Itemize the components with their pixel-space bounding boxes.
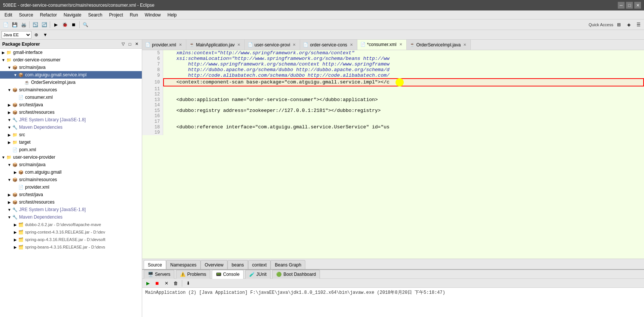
tab-close-icon[interactable]: ✕ <box>398 42 403 47</box>
line-content[interactable]: <dubbo:reference interface="com.atguigu.… <box>163 124 644 130</box>
tree-item[interactable]: ☕OrderServiceImpl.java <box>0 79 142 86</box>
menu-project[interactable]: Project <box>106 12 126 18</box>
view-button[interactable]: ☰ <box>634 21 643 29</box>
line-content[interactable] <box>163 130 644 135</box>
menu-refactor[interactable]: Refactor <box>37 12 60 18</box>
bottom-tab[interactable]: Namespaces <box>166 260 201 269</box>
tab-close-icon[interactable]: ✕ <box>292 42 297 48</box>
tree-item[interactable]: ▼📦src/main/java <box>0 64 142 71</box>
line-content[interactable] <box>163 92 644 97</box>
run-button[interactable]: ▶ <box>52 21 60 29</box>
line-content[interactable] <box>163 103 644 108</box>
console-tab[interactable]: 🖥️ Servers <box>144 270 174 279</box>
tree-item[interactable]: ▼📁order-service-consumer <box>0 56 142 64</box>
tree-item[interactable]: ▶📁gmall-interface <box>0 49 142 56</box>
tree-item[interactable]: ▼🔧JRE System Library [JavaSE-1.8] <box>0 116 142 124</box>
console-tab[interactable]: ⚠️ Problems <box>176 270 210 279</box>
tab-close-icon[interactable]: ✕ <box>462 42 467 48</box>
editor-tab[interactable]: 📄user-service-provi✕ <box>245 40 300 50</box>
console-scroll-btn[interactable]: ⬇ <box>184 279 192 287</box>
tree-item[interactable]: ▶🗂️dubbo-2.6.2.jar - D:\devsoft\apache-m… <box>0 221 142 228</box>
tree-item[interactable]: ▼📦src/main/resources <box>0 86 142 94</box>
tab-close-icon[interactable]: ✕ <box>236 42 241 48</box>
editor-tab[interactable]: 📄provider.xml✕ <box>142 40 186 50</box>
package-tree[interactable]: ▶📁gmall-interface▼📁order-service-consume… <box>0 49 142 317</box>
console-tab[interactable]: 🟢 Boot Dashboard <box>272 270 320 279</box>
toolbar2-btn2[interactable]: ▼ <box>41 31 49 39</box>
menu-help[interactable]: Help <box>165 12 180 18</box>
line-content[interactable]: xsi:schemaLocation="http://www.springfra… <box>163 56 644 61</box>
line-content[interactable]: http://dubbo.apache.org/schema/dubbo htt… <box>163 67 644 73</box>
line-content[interactable] <box>163 113 644 119</box>
panel-maximize-btn[interactable]: □ <box>127 41 133 47</box>
perspective-combo[interactable]: Java EE <box>1 31 31 39</box>
layout-button[interactable]: ⊞ <box>615 21 623 29</box>
search-toolbar-button[interactable]: 🔍 <box>81 21 89 29</box>
menu-window[interactable]: Window <box>142 12 164 18</box>
tree-item[interactable]: ▼🔧Maven Dependencies <box>0 213 142 221</box>
console-terminate-btn[interactable]: ✕ <box>162 279 171 287</box>
menu-edit[interactable]: Edit <box>1 12 15 18</box>
maximize-button[interactable]: □ <box>626 2 633 9</box>
minimize-button[interactable]: ─ <box>618 2 625 9</box>
tree-item[interactable]: ▶🗂️spring-beans-4.3.16.RELEASE.jar - D:\… <box>0 243 142 251</box>
line-content[interactable]: http://www.springframework.org/schema/co… <box>163 61 644 67</box>
code-editor[interactable]: 5 xmlns:context="http://www.springframew… <box>142 50 644 259</box>
tree-item[interactable]: ▶🗂️spring-context-4.3.16.RELEASE.jar - D… <box>0 228 142 236</box>
tree-item[interactable]: ▼📦src/main/java <box>0 161 142 168</box>
tree-item[interactable]: ▶📦src/test/java <box>0 191 142 198</box>
console-stop-btn[interactable]: ⏹ <box>153 279 161 287</box>
line-content[interactable]: <context:component-scan base-package="co… <box>163 78 644 86</box>
line-content[interactable]: <dubbo:registry address="zookeeper://127… <box>163 108 644 113</box>
stop-button[interactable]: ⏹ <box>70 21 78 29</box>
toolbar2-btn1[interactable]: ⊕ <box>32 31 40 39</box>
line-content[interactable]: xmlns:context="http://www.springframewor… <box>163 50 644 56</box>
menu-source[interactable]: Source <box>16 12 36 18</box>
undo-button[interactable]: ↩️ <box>31 21 39 29</box>
bottom-tab[interactable]: Source <box>144 260 166 269</box>
editor-tab[interactable]: ☕MainApplication.jav✕ <box>186 40 245 50</box>
line-content[interactable]: <dubbo:application name="order-service-c… <box>163 97 644 103</box>
tree-item[interactable]: 📄pom.xml <box>0 146 142 153</box>
console-clear-btn[interactable]: 🗑 <box>172 279 180 287</box>
console-run-btn[interactable]: ▶ <box>144 279 152 287</box>
line-content[interactable]: http://code.alibabatech.com/schema/dubbo… <box>163 73 644 78</box>
tree-item[interactable]: ▼🔧JRE System Library [JavaSE-1.8] <box>0 206 142 213</box>
tree-item[interactable]: ▶📁src <box>0 131 142 138</box>
tree-item[interactable]: ▶🗂️spring-aop-4.3.16.RELEASE.jar - D:\de… <box>0 236 142 243</box>
menu-search[interactable]: Search <box>85 12 105 18</box>
editor-tab[interactable]: ☕OrderServiceImpl.java✕ <box>407 40 471 50</box>
panel-minimize-btn[interactable]: ▽ <box>120 41 126 47</box>
tree-item[interactable]: ▶📦src/test/java <box>0 101 142 109</box>
tree-item[interactable]: ▶📦src/test/resources <box>0 109 142 116</box>
tree-item[interactable]: ▼📦com.atguigu.gmall.service.impl <box>0 71 142 79</box>
close-button[interactable]: ✕ <box>634 2 641 9</box>
bottom-tab[interactable]: Beans Graph <box>271 260 305 269</box>
tree-item[interactable]: 📄consumer.xml <box>0 94 142 101</box>
tree-item[interactable]: 📄provider.xml <box>0 183 142 191</box>
save-button[interactable]: 💾 <box>10 21 19 29</box>
new-button[interactable]: 📄 <box>1 21 10 29</box>
menu-run[interactable]: Run <box>127 12 141 18</box>
tab-close-icon[interactable]: ✕ <box>349 42 354 48</box>
bottom-tab[interactable]: Overview <box>201 260 228 269</box>
tab-close-icon[interactable]: ✕ <box>178 42 183 48</box>
console-tab[interactable]: 🧪 JUnit <box>245 270 271 279</box>
bottom-tab[interactable]: context <box>248 260 271 269</box>
print-button[interactable]: 🖨️ <box>19 21 28 29</box>
bottom-tab[interactable]: beans <box>228 260 248 269</box>
tree-item[interactable]: ▶📦com.atguigu.gmall <box>0 168 142 176</box>
editor-tab[interactable]: 📄order-service-cons✕ <box>300 40 357 50</box>
editor-tab[interactable]: 📄*consumer.xml✕ <box>357 40 407 50</box>
menu-navigate[interactable]: Navigate <box>61 12 84 18</box>
tree-item[interactable]: ▶📁target <box>0 138 142 146</box>
debug-button[interactable]: 🐞 <box>61 21 69 29</box>
line-content[interactable] <box>163 86 644 92</box>
redo-button[interactable]: ↪️ <box>40 21 48 29</box>
line-content[interactable] <box>163 119 644 124</box>
tree-item[interactable]: ▶📦src/test/resources <box>0 198 142 206</box>
tree-item[interactable]: ▼📦src/main/resources <box>0 176 142 183</box>
panel-close-btn[interactable]: ✕ <box>134 41 140 47</box>
tree-item[interactable]: ▼🔧Maven Dependencies <box>0 124 142 131</box>
perspective-button[interactable]: ◈ <box>625 21 633 29</box>
